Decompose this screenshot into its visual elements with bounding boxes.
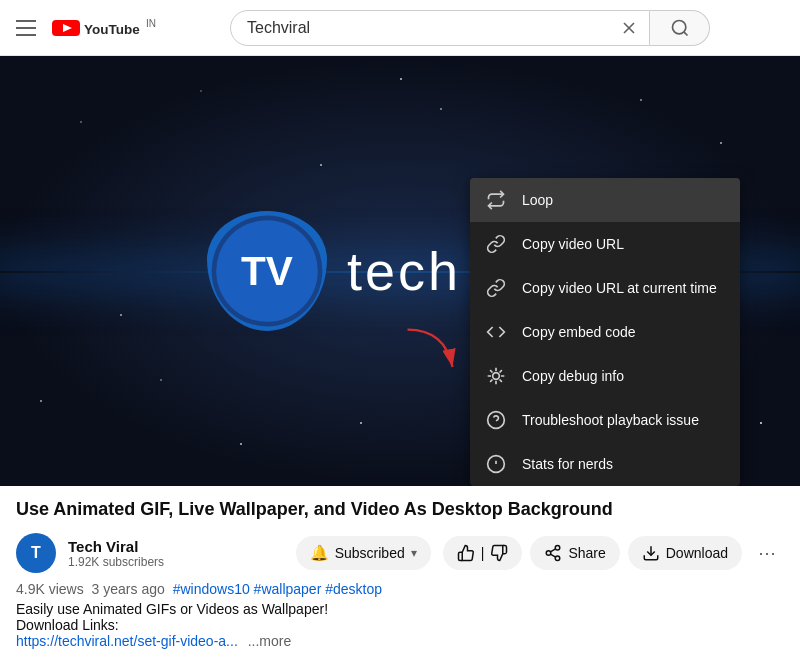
view-count: 4.9K views	[16, 581, 84, 597]
download-label: Download	[666, 545, 728, 561]
search-bar	[230, 10, 710, 46]
code-icon	[486, 322, 506, 342]
copy-url-label: Copy video URL	[522, 236, 624, 252]
svg-point-19	[556, 556, 561, 561]
loop-label: Loop	[522, 192, 553, 208]
tv-logo-svg: TV	[207, 206, 327, 336]
context-menu-item-copy-debug[interactable]: Copy debug info	[470, 354, 740, 398]
video-description-text: Easily use Animated GIFs or Videos as Wa…	[16, 601, 328, 617]
search-input-wrapper	[230, 10, 650, 46]
channel-avatar[interactable]: T	[16, 533, 56, 573]
subscribe-button[interactable]: 🔔 Subscribed ▾	[296, 536, 431, 570]
video-info: Use Animated GIF, Live Wallpaper, and Vi…	[0, 486, 800, 649]
svg-text:YouTube: YouTube	[84, 21, 140, 36]
svg-point-17	[556, 546, 561, 551]
svg-line-20	[551, 555, 556, 558]
help-icon	[486, 410, 506, 430]
context-menu: Loop Copy video URL Copy video URL at cu…	[470, 178, 740, 486]
hamburger-icon[interactable]	[16, 20, 36, 36]
share-button[interactable]: Share	[530, 536, 619, 570]
svg-point-18	[547, 551, 552, 556]
context-menu-item-troubleshoot[interactable]: Troubleshoot playback issue	[470, 398, 740, 442]
context-menu-item-copy-embed[interactable]: Copy embed code	[470, 310, 740, 354]
bug-icon	[486, 366, 506, 386]
youtube-logo-icon: YouTube	[52, 18, 142, 38]
channel-row: T Tech Viral 1.92K subscribers 🔔 Subscri…	[16, 533, 784, 573]
video-container[interactable]: TV tech viral	[0, 56, 800, 486]
search-clear-button[interactable]	[609, 11, 649, 45]
channel-info: Tech Viral 1.92K subscribers	[68, 538, 284, 569]
header: YouTube IN	[0, 0, 800, 56]
action-buttons: | Share Downlo	[443, 534, 784, 572]
tv-icon: TV	[207, 211, 327, 331]
download-icon	[642, 544, 660, 562]
bell-icon: 🔔	[310, 544, 329, 562]
subscribe-label: Subscribed	[335, 545, 405, 561]
loop-icon	[486, 190, 506, 210]
like-separator: |	[481, 545, 485, 561]
context-menu-item-copy-url[interactable]: Copy video URL	[470, 222, 740, 266]
like-button[interactable]: |	[443, 536, 523, 570]
copy-url-time-label: Copy video URL at current time	[522, 280, 717, 296]
svg-line-6	[683, 31, 687, 35]
copy-debug-label: Copy debug info	[522, 368, 624, 384]
svg-point-5	[672, 20, 685, 33]
channel-name[interactable]: Tech Viral	[68, 538, 284, 555]
dislike-icon	[490, 544, 508, 562]
stats-label: Stats for nerds	[522, 456, 613, 472]
context-menu-item-stats[interactable]: Stats for nerds	[470, 442, 740, 486]
video-title: Use Animated GIF, Live Wallpaper, and Vi…	[16, 498, 784, 521]
info-icon	[486, 454, 506, 474]
more-options-button[interactable]: ⋯	[750, 534, 784, 572]
troubleshoot-label: Troubleshoot playback issue	[522, 412, 699, 428]
search-icon	[670, 18, 690, 38]
like-icon	[457, 544, 475, 562]
youtube-logo[interactable]: YouTube IN	[52, 18, 156, 38]
copy-embed-label: Copy embed code	[522, 324, 636, 340]
channel-subscribers: 1.92K subscribers	[68, 555, 284, 569]
video-description: Easily use Animated GIFs or Videos as Wa…	[16, 601, 784, 649]
download-links-label: Download Links:	[16, 617, 119, 633]
svg-text:TV: TV	[241, 248, 293, 294]
search-input[interactable]	[231, 11, 609, 45]
video-tags[interactable]: #windows10 #wallpaper #desktop	[173, 581, 382, 597]
share-icon	[544, 544, 562, 562]
arrow-indicator	[390, 322, 470, 386]
video-meta: 4.9K views 3 years ago #windows10 #wallp…	[16, 581, 784, 597]
download-link[interactable]: https://techviral.net/set-gif-video-a...	[16, 633, 238, 649]
context-menu-item-copy-url-time[interactable]: Copy video URL at current time	[470, 266, 740, 310]
context-menu-item-loop[interactable]: Loop	[470, 178, 740, 222]
search-submit-button[interactable]	[650, 10, 710, 46]
share-label: Share	[568, 545, 605, 561]
svg-point-11	[493, 373, 500, 380]
logo-country: IN	[146, 18, 156, 29]
time-ago: 3 years ago	[92, 581, 165, 597]
chevron-down-icon: ▾	[411, 546, 417, 560]
header-left: YouTube IN	[16, 18, 156, 38]
link-icon	[486, 234, 506, 254]
more-link[interactable]: ...more	[248, 633, 292, 649]
download-button[interactable]: Download	[628, 536, 742, 570]
link-clock-icon	[486, 278, 506, 298]
svg-line-21	[551, 549, 556, 552]
more-icon: ⋯	[758, 542, 776, 564]
